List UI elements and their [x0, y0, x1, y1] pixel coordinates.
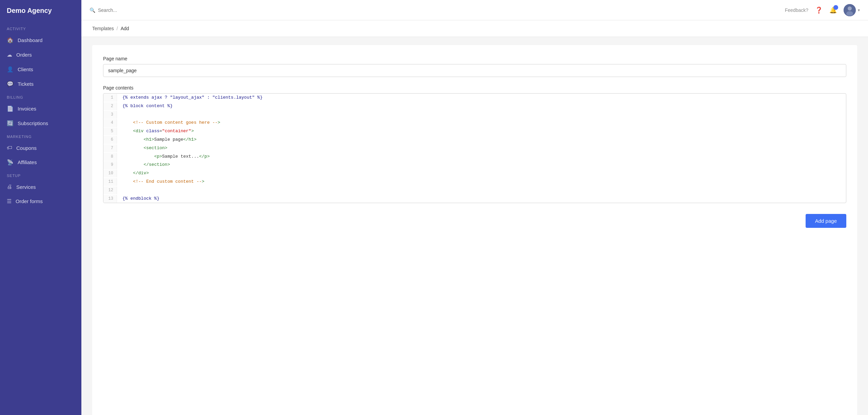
search-icon: 🔍: [90, 7, 95, 13]
code-editor[interactable]: 1{% extends ajax ? "layout_ajax" : "clie…: [103, 93, 846, 203]
line-content: </section>: [117, 161, 175, 169]
code-line: 3: [103, 111, 846, 119]
sidebar-item-dashboard[interactable]: 🏠Dashboard: [0, 33, 81, 47]
line-content: <p>Sample text...</p>: [117, 153, 215, 161]
affiliates-icon: 📡: [7, 159, 14, 165]
sidebar-item-label-orders: Orders: [16, 52, 32, 58]
code-line: 6 <h1>Sample page</h1>: [103, 136, 846, 144]
subscriptions-icon: 🔄: [7, 120, 14, 126]
line-content: {% endblock %}: [117, 195, 165, 203]
content-area: Templates / Add Page name Page contents …: [81, 20, 868, 415]
sidebar-item-label-clients: Clients: [18, 66, 33, 72]
search-container: 🔍: [90, 7, 225, 13]
sidebar-item-order-forms[interactable]: ☰Order forms: [0, 194, 81, 209]
sidebar-item-label-invoices: Invoices: [18, 106, 36, 112]
sidebar-section-setup: SETUP: [0, 170, 81, 180]
line-number: 11: [103, 178, 117, 186]
line-number: 10: [103, 170, 117, 177]
sidebar-item-coupons[interactable]: 🏷Coupons: [0, 141, 81, 155]
breadcrumb: Templates / Add: [81, 20, 868, 37]
order-forms-icon: ☰: [7, 198, 12, 204]
sidebar-section-billing: BILLING: [0, 91, 81, 101]
line-content: <!-- Custom content goes here -->: [117, 119, 226, 127]
sidebar-item-affiliates[interactable]: 📡Affiliates: [0, 155, 81, 170]
sidebar-item-tickets[interactable]: 💬Tickets: [0, 77, 81, 91]
breadcrumb-separator: /: [117, 26, 118, 31]
sidebar-item-label-services: Services: [16, 184, 36, 190]
code-line: 1{% extends ajax ? "layout_ajax" : "clie…: [103, 94, 846, 102]
line-number: 8: [103, 153, 117, 161]
line-number: 1: [103, 94, 117, 102]
code-line: 13{% endblock %}: [103, 195, 846, 203]
dashboard-icon: 🏠: [7, 37, 14, 43]
brand-title: Demo Agency: [0, 0, 81, 23]
sidebar-item-subscriptions[interactable]: 🔄Subscriptions: [0, 116, 81, 131]
code-line: 8 <p>Sample text...</p>: [103, 153, 846, 161]
line-number: 9: [103, 161, 117, 169]
form-footer: Add page: [103, 214, 846, 228]
breadcrumb-parent[interactable]: Templates: [92, 26, 114, 31]
line-content: [117, 111, 131, 119]
notification-badge: [833, 5, 838, 10]
topbar-right: Feedback? ❓ 🔔 ▾: [785, 4, 860, 16]
breadcrumb-current: Add: [121, 26, 129, 31]
avatar: [844, 4, 856, 16]
tickets-icon: 💬: [7, 81, 14, 87]
code-line: 9 </section>: [103, 161, 846, 169]
services-icon: 🖨: [7, 184, 12, 190]
topbar: 🔍 Feedback? ❓ 🔔 ▾: [81, 0, 868, 20]
clients-icon: 👤: [7, 66, 14, 73]
line-content: </div>: [117, 169, 154, 178]
feedback-link[interactable]: Feedback?: [785, 7, 808, 13]
line-content: <!-- End custom content -->: [117, 178, 210, 186]
sidebar-item-label-tickets: Tickets: [18, 81, 34, 87]
help-icon[interactable]: ❓: [815, 6, 823, 14]
code-line: 4 <!-- Custom content goes here -->: [103, 119, 846, 127]
orders-icon: ☁: [7, 52, 12, 58]
form-card: Page name Page contents 1{% extends ajax…: [92, 45, 857, 415]
line-content: <div class="container">: [117, 127, 199, 136]
code-line: 2{% block content %}: [103, 102, 846, 111]
sidebar-item-orders[interactable]: ☁Orders: [0, 47, 81, 62]
svg-point-1: [848, 6, 852, 11]
sidebar-item-label-affiliates: Affiliates: [18, 159, 37, 165]
svg-point-2: [846, 11, 853, 16]
sidebar-item-services[interactable]: 🖨Services: [0, 180, 81, 194]
line-number: 13: [103, 195, 117, 203]
page-name-label: Page name: [103, 56, 846, 61]
code-line: 7 <section>: [103, 144, 846, 153]
main-content: 🔍 Feedback? ❓ 🔔 ▾ Templates / Add: [81, 0, 868, 415]
line-content: {% block content %}: [117, 102, 178, 111]
notification-icon[interactable]: 🔔: [829, 6, 837, 14]
sidebar: Demo Agency ACTIVITY🏠Dashboard☁Orders👤Cl…: [0, 0, 81, 415]
line-number: 6: [103, 136, 117, 144]
page-contents-label: Page contents: [103, 85, 846, 91]
page-name-group: Page name: [103, 56, 846, 77]
page-contents-group: Page contents 1{% extends ajax ? "layout…: [103, 85, 846, 203]
sidebar-item-invoices[interactable]: 📄Invoices: [0, 101, 81, 116]
line-number: 3: [103, 111, 117, 119]
avatar-caret-icon: ▾: [858, 8, 860, 13]
invoices-icon: 📄: [7, 105, 14, 112]
sidebar-item-label-subscriptions: Subscriptions: [18, 120, 48, 126]
line-content: <section>: [117, 144, 173, 153]
line-number: 4: [103, 119, 117, 127]
page-name-input[interactable]: [103, 64, 846, 77]
add-page-button[interactable]: Add page: [806, 214, 846, 228]
code-line: 11 <!-- End custom content -->: [103, 178, 846, 186]
sidebar-section-marketing: MARKETING: [0, 131, 81, 141]
sidebar-section-activity: ACTIVITY: [0, 23, 81, 33]
sidebar-item-label-dashboard: Dashboard: [18, 37, 42, 43]
coupons-icon: 🏷: [7, 145, 12, 151]
sidebar-item-label-coupons: Coupons: [16, 145, 37, 151]
search-input[interactable]: [98, 7, 225, 13]
line-number: 5: [103, 127, 117, 135]
user-avatar-wrap[interactable]: ▾: [844, 4, 860, 16]
line-content: {% extends ajax ? "layout_ajax" : "clien…: [117, 94, 268, 102]
line-number: 2: [103, 102, 117, 110]
sidebar-item-clients[interactable]: 👤Clients: [0, 62, 81, 77]
code-line: 5 <div class="container">: [103, 127, 846, 136]
code-line: 10 </div>: [103, 169, 846, 178]
line-content: <h1>Sample page</h1>: [117, 136, 202, 144]
line-number: 7: [103, 144, 117, 152]
